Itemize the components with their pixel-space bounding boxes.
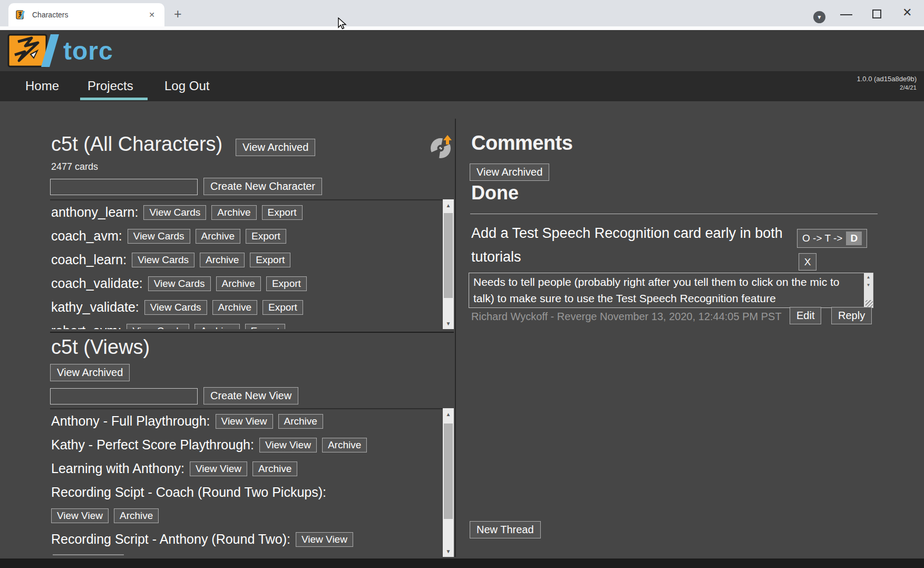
window-maximize-button[interactable] bbox=[872, 9, 881, 18]
view-cards-button[interactable]: View Cards bbox=[148, 276, 211, 291]
view-view-button[interactable]: View View bbox=[190, 461, 247, 476]
window-close-button[interactable]: ✕ bbox=[902, 7, 912, 18]
archive-button[interactable]: Archive bbox=[322, 438, 367, 453]
archive-button[interactable]: Archive bbox=[212, 300, 257, 315]
export-button[interactable]: Export bbox=[262, 205, 303, 220]
character-row: coach_validate: View Cards Archive Expor… bbox=[51, 272, 443, 295]
scroll-up-icon[interactable]: ▲ bbox=[864, 273, 873, 281]
browser-tab[interactable]: Characters ✕ bbox=[8, 3, 164, 26]
new-character-name-input[interactable] bbox=[50, 179, 198, 195]
views-panel-top-border bbox=[50, 332, 454, 333]
view-name: Learning with Anthony: bbox=[51, 461, 184, 476]
view-cards-button[interactable]: View Cards bbox=[128, 229, 190, 244]
active-tab-underline bbox=[80, 98, 148, 100]
view-cards-button[interactable]: View Cards bbox=[132, 253, 194, 267]
scrollbar-thumb[interactable] bbox=[444, 423, 453, 519]
views-list-scrollbar[interactable]: ▲ ▼ bbox=[443, 408, 454, 557]
characters-list-scrollbar[interactable]: ▲ ▼ bbox=[443, 199, 454, 329]
character-row: coach_avm: View Cards Archive Export bbox=[51, 224, 443, 248]
comments-view-archived-button[interactable]: View Archived bbox=[470, 163, 549, 181]
app-header: torc bbox=[0, 30, 924, 71]
archive-button[interactable]: Archive bbox=[278, 414, 323, 429]
view-row: Recording Scipt - Coach (Round Two Picku… bbox=[51, 480, 443, 527]
logo-text[interactable]: torc bbox=[63, 36, 113, 65]
comments-section-heading: Done bbox=[471, 182, 519, 204]
new-view-name-input[interactable] bbox=[50, 388, 198, 405]
thread-body-text: Needs to tell people (probably right aft… bbox=[473, 274, 855, 306]
archive-button[interactable]: Archive bbox=[216, 276, 261, 291]
character-name: coach_learn: bbox=[51, 252, 127, 267]
version-info: 1.0.0 (ad15a8de9b) 2/4/21 bbox=[857, 75, 917, 91]
character-row: anthony_learn: View Cards Archive Export bbox=[51, 200, 443, 224]
scroll-down-icon[interactable]: ▼ bbox=[443, 317, 454, 329]
character-name: kathy_validate: bbox=[51, 300, 139, 315]
export-button[interactable]: Export bbox=[250, 253, 290, 267]
archive-button[interactable]: Archive bbox=[194, 324, 239, 330]
characters-panel-title: c5t (All Characters) bbox=[51, 133, 222, 156]
download-complete-icon[interactable]: ▼ bbox=[813, 11, 825, 23]
card-count: 2477 cards bbox=[51, 161, 98, 172]
export-button[interactable]: Export bbox=[245, 324, 286, 330]
browser-toolbar-edge bbox=[0, 26, 924, 30]
thread-state-path: O -> T -> bbox=[802, 233, 842, 244]
new-tab-icon[interactable]: + bbox=[174, 6, 182, 22]
window-bottom-edge bbox=[0, 559, 924, 568]
comments-panel-title: Comments bbox=[471, 132, 572, 155]
character-row: robert_avm: View Cards Archive Export bbox=[51, 319, 443, 329]
thread-author-timestamp: Richard Wyckoff - Reverge November 13, 2… bbox=[471, 311, 782, 323]
character-name: coach_validate: bbox=[51, 276, 143, 291]
character-row: kathy_validate: View Cards Archive Expor… bbox=[51, 295, 443, 319]
create-new-character-button[interactable]: Create New Character bbox=[203, 178, 322, 195]
reply-button[interactable]: Reply bbox=[831, 307, 872, 324]
thread-body-textarea[interactable]: Needs to tell people (probably right aft… bbox=[469, 273, 873, 308]
view-name: Kathy - Perfect Score Playthrough: bbox=[51, 437, 254, 453]
scroll-down-icon[interactable]: ▼ bbox=[443, 545, 454, 557]
window-minimize-button[interactable] bbox=[840, 14, 852, 15]
characters-list: anthony_learn: View Cards Archive Export… bbox=[50, 199, 443, 329]
version-number: 1.0.0 (ad15a8de9b) bbox=[857, 75, 917, 83]
view-cards-button[interactable]: View Cards bbox=[144, 300, 207, 315]
view-row: Learning with Anthony: View View Archive bbox=[51, 457, 443, 480]
scrollbar-thumb[interactable] bbox=[444, 213, 453, 298]
archive-button[interactable]: Archive bbox=[252, 461, 297, 476]
nav-item-home[interactable]: Home bbox=[25, 79, 59, 93]
archive-button[interactable]: Archive bbox=[211, 205, 256, 220]
scroll-up-icon[interactable]: ▲ bbox=[443, 408, 454, 420]
nav-item-logout[interactable]: Log Out bbox=[164, 79, 209, 93]
view-row: Anthony - Full Playthrough: View View Ar… bbox=[51, 409, 443, 433]
edit-button[interactable]: Edit bbox=[790, 307, 821, 324]
view-cards-button[interactable]: View Cards bbox=[143, 205, 206, 220]
export-button[interactable]: Export bbox=[266, 276, 307, 291]
archive-button[interactable]: Archive bbox=[196, 229, 240, 244]
archive-button[interactable]: Archive bbox=[200, 253, 245, 267]
view-row: Kathy - Perfect Score Playthrough: View … bbox=[51, 433, 443, 457]
archive-button[interactable]: Archive bbox=[114, 508, 159, 523]
view-view-button[interactable]: View View bbox=[259, 438, 317, 453]
new-thread-button[interactable]: New Thread bbox=[470, 521, 541, 538]
view-name: Recording Script - Anthony (Round Two): bbox=[51, 532, 290, 547]
view-view-button[interactable]: View View bbox=[296, 532, 353, 547]
thread-close-button[interactable]: X bbox=[799, 253, 816, 271]
tab-title: Characters bbox=[32, 11, 147, 19]
view-view-button[interactable]: View View bbox=[51, 508, 109, 523]
view-cards-button[interactable]: View Cards bbox=[127, 324, 189, 330]
panel-divider bbox=[455, 119, 456, 557]
scroll-up-icon[interactable]: ▲ bbox=[443, 199, 454, 211]
thread-state-button[interactable]: O -> T -> D bbox=[797, 229, 867, 248]
create-new-view-button[interactable]: Create New View bbox=[203, 387, 298, 405]
scroll-down-icon[interactable]: ▼ bbox=[864, 281, 873, 289]
export-disc-icon[interactable] bbox=[429, 134, 455, 160]
thread-title: Add a Test Speech Recognition card early… bbox=[471, 222, 793, 269]
tab-close-icon[interactable]: ✕ bbox=[147, 9, 157, 20]
views-panel-title: c5t (Views) bbox=[51, 336, 150, 359]
torc-logo-icon[interactable] bbox=[7, 33, 62, 68]
characters-view-archived-button[interactable]: View Archived bbox=[236, 139, 315, 156]
nav-item-projects[interactable]: Projects bbox=[87, 79, 133, 93]
build-date: 2/4/21 bbox=[857, 84, 917, 91]
view-view-button[interactable]: View View bbox=[216, 414, 273, 429]
views-view-archived-button[interactable]: View Archived bbox=[50, 364, 130, 381]
export-button[interactable]: Export bbox=[262, 300, 303, 315]
export-button[interactable]: Export bbox=[246, 229, 286, 244]
resize-grip-icon[interactable] bbox=[865, 300, 873, 307]
nav-bar: Home Projects Log Out 1.0.0 (ad15a8de9b)… bbox=[0, 71, 924, 101]
